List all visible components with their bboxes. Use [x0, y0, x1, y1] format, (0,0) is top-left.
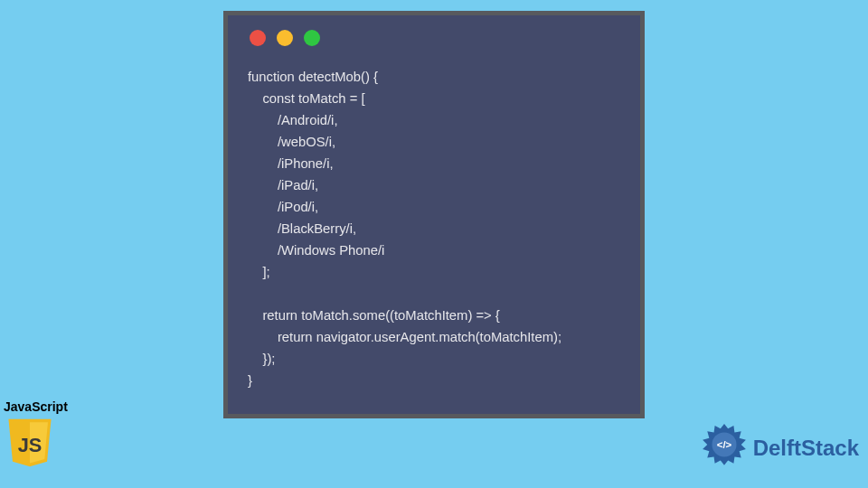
- delftstack-emblem-icon: </>: [701, 423, 748, 474]
- shield-text: JS: [18, 434, 42, 456]
- delftstack-text: DelftStack: [753, 436, 859, 461]
- maximize-icon: [304, 30, 320, 46]
- code-block: function detectMob() { const toMatch = […: [248, 66, 620, 391]
- javascript-badge: JavaScript JS: [4, 399, 68, 468]
- minimize-icon: [277, 30, 293, 46]
- javascript-shield-icon: JS: [4, 416, 56, 468]
- window-traffic-lights: [250, 30, 620, 46]
- delftstack-logo: </> DelftStack: [701, 423, 859, 474]
- code-window: function detectMob() { const toMatch = […: [223, 11, 645, 418]
- javascript-label: JavaScript: [4, 399, 68, 414]
- svg-text:</>: </>: [716, 439, 731, 450]
- close-icon: [250, 30, 266, 46]
